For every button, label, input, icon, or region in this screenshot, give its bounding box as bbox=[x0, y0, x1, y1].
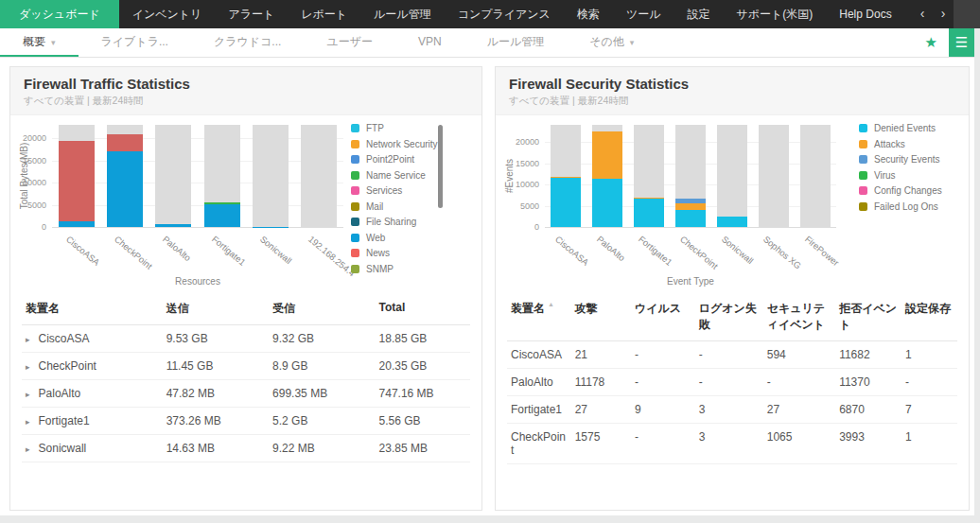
bar-segment-attacks[interactable] bbox=[675, 203, 706, 210]
gridline bbox=[52, 205, 343, 206]
firewall-security-panel: Firewall Security Statistics すべての装置 | 最新… bbox=[495, 66, 970, 511]
bar-segment-web[interactable] bbox=[59, 221, 95, 227]
nav-scroll-left-icon[interactable]: ‹ bbox=[912, 0, 933, 28]
topnav-item[interactable]: インベントリ bbox=[119, 0, 216, 28]
value-cell: 1575 bbox=[571, 424, 631, 464]
nav-scroll-right-icon[interactable]: › bbox=[933, 0, 954, 28]
bar-segment-security-events[interactable] bbox=[675, 199, 706, 203]
topnav-item[interactable]: レポート bbox=[288, 0, 360, 28]
table-row[interactable]: ▸Sonicwall14.63 MB9.22 MB23.85 MB bbox=[22, 435, 470, 462]
value-cell: 8.9 GB bbox=[269, 353, 375, 380]
topnav-item[interactable]: ルール管理 bbox=[360, 0, 445, 28]
table-row[interactable]: ▸CheckPoint11.45 GB8.9 GB20.35 GB bbox=[22, 353, 470, 380]
legend-item[interactable]: Network Security bbox=[351, 139, 483, 149]
legend-item[interactable]: Services bbox=[351, 185, 483, 196]
chart-legend: Denied EventsAttacksSecurity EventsVirus… bbox=[859, 123, 971, 217]
bar-segment-news[interactable] bbox=[59, 141, 95, 221]
table-head: 装置名▲攻撃ウイルスログオン失敗セキュリティイベント拒否イベント設定保存 bbox=[507, 293, 957, 341]
subnav-item[interactable]: その他▾ bbox=[567, 28, 656, 57]
legend-item[interactable]: Attacks bbox=[859, 139, 971, 149]
column-header[interactable]: ウイルス bbox=[631, 293, 695, 341]
legend-item[interactable]: Config Changes bbox=[859, 185, 971, 196]
bar-segment-web[interactable] bbox=[204, 204, 240, 227]
bar-segment-web[interactable] bbox=[107, 151, 143, 227]
panel-subtitle: すべての装置 | 最新24時間 bbox=[24, 95, 468, 108]
table-row[interactable]: CiscoASA21--594116821 bbox=[507, 341, 957, 369]
bar-segment-attacks[interactable] bbox=[592, 131, 622, 179]
subnav-item[interactable]: ルール管理 bbox=[464, 28, 568, 57]
chart-plot: 05000100001500020000CiscoASACheckPointPa… bbox=[14, 119, 347, 288]
legend-scrollbar[interactable] bbox=[438, 125, 443, 208]
chevron-down-icon: ▾ bbox=[51, 38, 56, 47]
y-tick-label: 5000 bbox=[507, 201, 539, 211]
topnav-item[interactable]: コンプライアンス bbox=[445, 0, 564, 28]
value-cell: 9.32 GB bbox=[269, 325, 375, 353]
value-cell: 21 bbox=[571, 341, 631, 369]
topnav-item[interactable]: サポート(米国) bbox=[723, 0, 826, 28]
value-cell: 11178 bbox=[571, 369, 631, 396]
legend-item[interactable]: Point2Point bbox=[351, 154, 483, 165]
column-header[interactable]: 装置名 bbox=[22, 293, 163, 325]
legend-item[interactable]: Web bbox=[351, 233, 483, 243]
column-header[interactable]: Total bbox=[376, 293, 470, 325]
value-cell: 27 bbox=[571, 396, 631, 424]
subnav-items: 概要▾ライブトラ...クラウドコ...ユーザーVPNルール管理その他▾ bbox=[0, 28, 656, 57]
column-header[interactable]: ログオン失敗 bbox=[695, 293, 763, 341]
bar-segment-web[interactable] bbox=[155, 224, 191, 227]
legend-item[interactable]: Denied Events bbox=[859, 123, 971, 133]
expand-caret-icon[interactable]: ▸ bbox=[26, 335, 30, 344]
legend-item[interactable]: Virus bbox=[859, 170, 971, 181]
topnav-item[interactable]: 検索 bbox=[564, 0, 613, 28]
expand-caret-icon[interactable]: ▸ bbox=[26, 417, 30, 427]
legend-item[interactable]: FTP bbox=[351, 123, 483, 133]
subnav-item[interactable]: ユーザー bbox=[304, 28, 395, 57]
subnav-item[interactable]: 概要▾ bbox=[0, 28, 79, 57]
bar-segment-denied-events[interactable] bbox=[592, 179, 622, 227]
favorite-star-icon[interactable]: ★ bbox=[914, 28, 949, 57]
bar-segment-name-service[interactable] bbox=[204, 202, 240, 204]
table-row[interactable]: CheckPoint1575-3106539931 bbox=[507, 424, 957, 464]
table-row[interactable]: PaloAlto11178---11370- bbox=[507, 369, 957, 396]
column-header[interactable]: 設定保存 bbox=[901, 293, 957, 341]
table-row[interactable]: ▸PaloAlto47.82 MB699.35 MB747.16 MB bbox=[22, 380, 470, 408]
topnav-item[interactable]: ツール bbox=[613, 0, 674, 28]
column-header[interactable]: 受信 bbox=[269, 293, 375, 325]
column-header[interactable]: 攻撃 bbox=[571, 293, 631, 341]
subnav-item[interactable]: ライブトラ... bbox=[79, 28, 191, 57]
value-cell: 11682 bbox=[835, 341, 901, 369]
value-cell: 1 bbox=[901, 341, 957, 369]
topnav-item[interactable]: 設定 bbox=[674, 0, 723, 28]
legend-item[interactable]: Mail bbox=[351, 201, 483, 212]
column-header[interactable]: 送信 bbox=[163, 293, 269, 325]
expand-caret-icon[interactable]: ▸ bbox=[26, 390, 30, 399]
bar-segment-denied-events[interactable] bbox=[675, 210, 706, 227]
column-header[interactable]: 装置名▲ bbox=[507, 293, 571, 341]
topnav-item[interactable]: アラート bbox=[215, 0, 288, 28]
subnav-item[interactable]: VPN bbox=[395, 28, 464, 57]
column-header[interactable]: セキュリティイベント bbox=[763, 293, 835, 341]
legend-item[interactable]: Name Service bbox=[351, 170, 483, 181]
bar-segment-denied-events[interactable] bbox=[634, 198, 664, 227]
table-row[interactable]: ▸Fortigate1373.26 MB5.2 GB5.56 GB bbox=[22, 408, 470, 435]
gridline bbox=[545, 227, 836, 228]
x-tick-label: Fortigate1 bbox=[210, 234, 248, 268]
expand-caret-icon[interactable]: ▸ bbox=[26, 445, 30, 454]
topnav-item[interactable]: Help Docs bbox=[826, 0, 904, 28]
top-navigation: ダッシュボードインベントリアラートレポートルール管理コンプライアンス検索ツール設… bbox=[0, 0, 980, 28]
widget-menu-icon[interactable]: ☰ bbox=[949, 28, 974, 57]
legend-item[interactable]: News bbox=[351, 248, 483, 258]
legend-item[interactable]: Security Events bbox=[859, 154, 971, 165]
topnav-item[interactable]: ダッシュボード bbox=[0, 0, 119, 28]
bar-segment-denied-events[interactable] bbox=[551, 177, 581, 227]
column-header[interactable]: 拒否イベント bbox=[835, 293, 901, 341]
bar-segment-denied-events[interactable] bbox=[717, 217, 747, 227]
legend-item[interactable]: Failed Log Ons bbox=[859, 201, 971, 212]
expand-caret-icon[interactable]: ▸ bbox=[26, 362, 30, 372]
legend-item[interactable]: File Sharing bbox=[351, 217, 483, 227]
legend-item[interactable]: SNMP bbox=[351, 264, 483, 274]
subnav-item[interactable]: クラウドコ... bbox=[191, 28, 304, 57]
x-tick-label: Sophos XG bbox=[761, 234, 803, 271]
table-row[interactable]: ▸CiscoASA9.53 GB9.32 GB18.85 GB bbox=[22, 325, 470, 353]
table-row[interactable]: Fortigate127932768707 bbox=[507, 396, 957, 424]
bar-segment-news[interactable] bbox=[107, 134, 143, 151]
